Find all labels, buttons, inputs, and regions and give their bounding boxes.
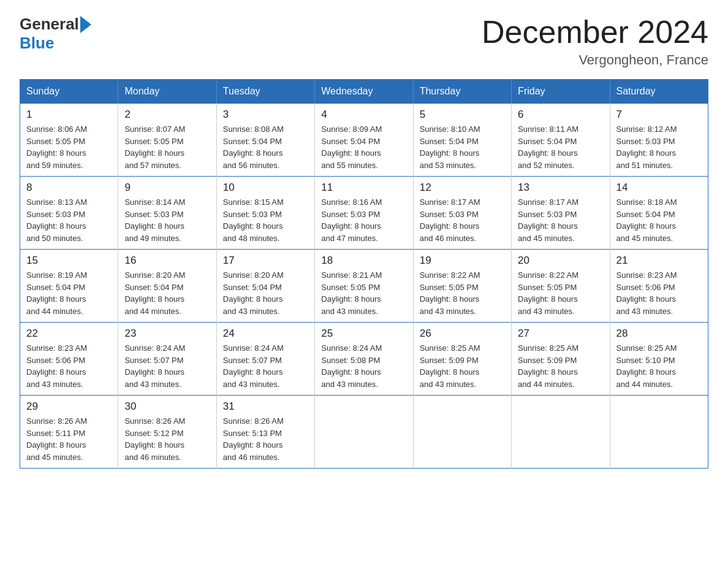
weekday-header-tuesday: Tuesday — [216, 80, 314, 104]
day-detail: Sunrise: 8:25 AM Sunset: 5:09 PM Dayligh… — [420, 342, 505, 390]
calendar-cell — [610, 396, 708, 469]
day-number: 24 — [223, 327, 308, 340]
calendar-cell: 22Sunrise: 8:23 AM Sunset: 5:06 PM Dayli… — [20, 323, 118, 396]
logo-general-text: General — [20, 15, 79, 34]
weekday-header-monday: Monday — [118, 80, 216, 104]
day-detail: Sunrise: 8:19 AM Sunset: 5:04 PM Dayligh… — [26, 269, 112, 317]
calendar-table: SundayMondayTuesdayWednesdayThursdayFrid… — [20, 79, 708, 469]
calendar-cell: 21Sunrise: 8:23 AM Sunset: 5:06 PM Dayli… — [610, 250, 708, 323]
calendar-cell: 2Sunrise: 8:07 AM Sunset: 5:05 PM Daylig… — [118, 104, 216, 177]
header: General Blue December 2024 Vergongheon, … — [20, 15, 708, 68]
day-detail: Sunrise: 8:25 AM Sunset: 5:09 PM Dayligh… — [518, 342, 603, 390]
day-number: 30 — [124, 400, 210, 413]
day-detail: Sunrise: 8:13 AM Sunset: 5:03 PM Dayligh… — [26, 196, 112, 244]
day-detail: Sunrise: 8:11 AM Sunset: 5:04 PM Dayligh… — [518, 123, 603, 171]
day-detail: Sunrise: 8:09 AM Sunset: 5:04 PM Dayligh… — [321, 123, 406, 171]
calendar-cell: 31Sunrise: 8:26 AM Sunset: 5:13 PM Dayli… — [216, 396, 314, 469]
day-number: 31 — [223, 400, 308, 413]
calendar-cell: 15Sunrise: 8:19 AM Sunset: 5:04 PM Dayli… — [20, 250, 118, 323]
calendar-cell: 16Sunrise: 8:20 AM Sunset: 5:04 PM Dayli… — [118, 250, 216, 323]
weekday-header-sunday: Sunday — [20, 80, 118, 104]
calendar-cell: 17Sunrise: 8:20 AM Sunset: 5:04 PM Dayli… — [216, 250, 314, 323]
day-detail: Sunrise: 8:26 AM Sunset: 5:13 PM Dayligh… — [223, 415, 308, 463]
day-detail: Sunrise: 8:12 AM Sunset: 5:03 PM Dayligh… — [616, 123, 702, 171]
day-detail: Sunrise: 8:20 AM Sunset: 5:04 PM Dayligh… — [223, 269, 308, 317]
calendar-cell: 27Sunrise: 8:25 AM Sunset: 5:09 PM Dayli… — [512, 323, 610, 396]
week-row-5: 29Sunrise: 8:26 AM Sunset: 5:11 PM Dayli… — [20, 396, 708, 469]
calendar-cell: 13Sunrise: 8:17 AM Sunset: 5:03 PM Dayli… — [512, 177, 610, 250]
day-number: 16 — [124, 255, 210, 267]
week-row-2: 8Sunrise: 8:13 AM Sunset: 5:03 PM Daylig… — [20, 177, 708, 250]
day-detail: Sunrise: 8:06 AM Sunset: 5:05 PM Dayligh… — [26, 123, 112, 171]
day-detail: Sunrise: 8:14 AM Sunset: 5:03 PM Dayligh… — [124, 196, 210, 244]
day-number: 6 — [518, 109, 603, 121]
day-detail: Sunrise: 8:24 AM Sunset: 5:07 PM Dayligh… — [124, 342, 210, 390]
day-number: 21 — [616, 255, 702, 267]
day-detail: Sunrise: 8:21 AM Sunset: 5:05 PM Dayligh… — [321, 269, 406, 317]
day-detail: Sunrise: 8:16 AM Sunset: 5:03 PM Dayligh… — [321, 196, 406, 244]
calendar-cell: 20Sunrise: 8:22 AM Sunset: 5:05 PM Dayli… — [512, 250, 610, 323]
day-number: 29 — [26, 400, 112, 413]
day-number: 15 — [26, 255, 112, 267]
logo-arrow-icon — [80, 16, 91, 33]
week-row-1: 1Sunrise: 8:06 AM Sunset: 5:05 PM Daylig… — [20, 104, 708, 177]
day-number: 17 — [223, 255, 308, 267]
calendar-cell: 18Sunrise: 8:21 AM Sunset: 5:05 PM Dayli… — [315, 250, 413, 323]
calendar-cell: 8Sunrise: 8:13 AM Sunset: 5:03 PM Daylig… — [20, 177, 118, 250]
day-number: 7 — [616, 109, 702, 121]
subtitle: Vergongheon, France — [482, 52, 708, 68]
day-detail: Sunrise: 8:22 AM Sunset: 5:05 PM Dayligh… — [420, 269, 505, 317]
day-number: 9 — [124, 182, 210, 194]
day-detail: Sunrise: 8:17 AM Sunset: 5:03 PM Dayligh… — [518, 196, 603, 244]
day-number: 20 — [518, 255, 603, 267]
day-number: 28 — [616, 327, 702, 340]
weekday-header-wednesday: Wednesday — [315, 80, 413, 104]
day-detail: Sunrise: 8:25 AM Sunset: 5:10 PM Dayligh… — [616, 342, 702, 390]
day-detail: Sunrise: 8:20 AM Sunset: 5:04 PM Dayligh… — [124, 269, 210, 317]
weekday-header-thursday: Thursday — [413, 80, 511, 104]
day-detail: Sunrise: 8:15 AM Sunset: 5:03 PM Dayligh… — [223, 196, 308, 244]
day-number: 1 — [26, 109, 112, 121]
calendar-cell: 5Sunrise: 8:10 AM Sunset: 5:04 PM Daylig… — [413, 104, 511, 177]
day-number: 2 — [124, 109, 210, 121]
calendar-cell: 14Sunrise: 8:18 AM Sunset: 5:04 PM Dayli… — [610, 177, 708, 250]
day-detail: Sunrise: 8:24 AM Sunset: 5:08 PM Dayligh… — [321, 342, 406, 390]
weekday-header-saturday: Saturday — [610, 80, 708, 104]
calendar-cell: 25Sunrise: 8:24 AM Sunset: 5:08 PM Dayli… — [315, 323, 413, 396]
calendar-header: SundayMondayTuesdayWednesdayThursdayFrid… — [20, 80, 708, 104]
day-number: 8 — [26, 182, 112, 194]
day-number: 5 — [420, 109, 505, 121]
day-number: 14 — [616, 182, 702, 194]
day-detail: Sunrise: 8:26 AM Sunset: 5:12 PM Dayligh… — [124, 415, 210, 463]
calendar-cell: 24Sunrise: 8:24 AM Sunset: 5:07 PM Dayli… — [216, 323, 314, 396]
calendar-cell: 23Sunrise: 8:24 AM Sunset: 5:07 PM Dayli… — [118, 323, 216, 396]
calendar-cell — [315, 396, 413, 469]
calendar-cell: 6Sunrise: 8:11 AM Sunset: 5:04 PM Daylig… — [512, 104, 610, 177]
day-number: 26 — [420, 327, 505, 340]
calendar-cell: 11Sunrise: 8:16 AM Sunset: 5:03 PM Dayli… — [315, 177, 413, 250]
calendar-cell: 29Sunrise: 8:26 AM Sunset: 5:11 PM Dayli… — [20, 396, 118, 469]
calendar-cell: 28Sunrise: 8:25 AM Sunset: 5:10 PM Dayli… — [610, 323, 708, 396]
day-detail: Sunrise: 8:07 AM Sunset: 5:05 PM Dayligh… — [124, 123, 210, 171]
calendar-body: 1Sunrise: 8:06 AM Sunset: 5:05 PM Daylig… — [20, 104, 708, 469]
day-number: 25 — [321, 327, 406, 340]
week-row-3: 15Sunrise: 8:19 AM Sunset: 5:04 PM Dayli… — [20, 250, 708, 323]
calendar-cell: 12Sunrise: 8:17 AM Sunset: 5:03 PM Dayli… — [413, 177, 511, 250]
day-detail: Sunrise: 8:23 AM Sunset: 5:06 PM Dayligh… — [616, 269, 702, 317]
calendar-cell: 1Sunrise: 8:06 AM Sunset: 5:05 PM Daylig… — [20, 104, 118, 177]
title-section: December 2024 Vergongheon, France — [482, 15, 708, 68]
day-detail: Sunrise: 8:18 AM Sunset: 5:04 PM Dayligh… — [616, 196, 702, 244]
calendar-cell: 26Sunrise: 8:25 AM Sunset: 5:09 PM Dayli… — [413, 323, 511, 396]
day-number: 11 — [321, 182, 406, 194]
day-detail: Sunrise: 8:17 AM Sunset: 5:03 PM Dayligh… — [420, 196, 505, 244]
day-detail: Sunrise: 8:24 AM Sunset: 5:07 PM Dayligh… — [223, 342, 308, 390]
day-detail: Sunrise: 8:26 AM Sunset: 5:11 PM Dayligh… — [26, 415, 112, 463]
weekday-header-friday: Friday — [512, 80, 610, 104]
day-number: 12 — [420, 182, 505, 194]
day-detail: Sunrise: 8:08 AM Sunset: 5:04 PM Dayligh… — [223, 123, 308, 171]
day-number: 4 — [321, 109, 406, 121]
day-number: 18 — [321, 255, 406, 267]
day-number: 13 — [518, 182, 603, 194]
weekday-header-row: SundayMondayTuesdayWednesdayThursdayFrid… — [20, 80, 708, 104]
day-number: 22 — [26, 327, 112, 340]
